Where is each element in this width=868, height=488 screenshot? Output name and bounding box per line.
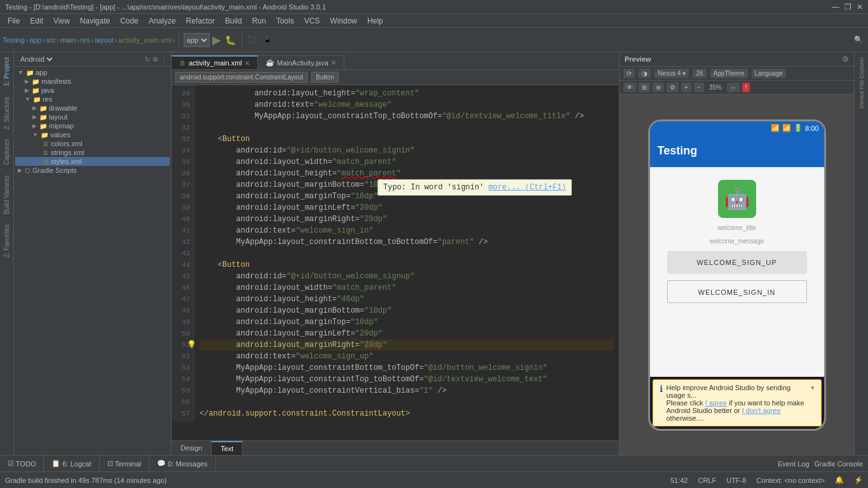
code-line-35: android:layout_width="match_parent" <box>200 156 614 168</box>
menu-vcs[interactable]: VCS <box>299 15 325 27</box>
language-btn[interactable]: Language <box>752 69 787 78</box>
bc-testing[interactable]: Testing <box>3 36 25 44</box>
minimize-btn[interactable]: — <box>832 3 839 11</box>
tab-design[interactable]: Design <box>172 441 212 455</box>
sidebar-favorites-icon[interactable]: 2: Favorites <box>2 222 11 260</box>
settings-icon[interactable]: ⚙ <box>153 56 158 63</box>
panel-header-icons: ↻ ⚙ ⋮ <box>145 56 167 63</box>
tree-item-colors[interactable]: 🗎 colors.xml <box>15 139 170 148</box>
bc-res[interactable]: res <box>80 36 90 44</box>
bc-src[interactable]: src <box>46 36 56 44</box>
zoom-fit-btn[interactable]: ↔ <box>727 83 740 92</box>
run-config-dropdown[interactable]: app <box>184 33 210 47</box>
apptheme-btn[interactable]: AppTheme <box>710 69 748 78</box>
code-content[interactable]: android:layout_height="wrap_content" and… <box>194 85 619 422</box>
error-btn[interactable]: ! <box>742 83 750 92</box>
code-line-43 <box>200 248 614 259</box>
rotate-btn[interactable]: ⟳ <box>623 69 635 78</box>
button-badge[interactable]: Button <box>311 72 339 83</box>
tree-item-drawable[interactable]: ▶ 📁 drawable <box>15 104 170 112</box>
menu-build[interactable]: Build <box>220 15 247 27</box>
preview-settings-icon[interactable]: ⚙ <box>842 55 849 64</box>
constraint-layout-badge[interactable]: android.support.constraint.ConstraintLay… <box>175 72 308 83</box>
tab-text[interactable]: Text <box>212 441 243 455</box>
tree-label-app: app <box>36 69 47 76</box>
event-log-link[interactable]: Event Log <box>778 460 810 468</box>
tree-item-app[interactable]: ▼ 📁 app <box>15 68 170 77</box>
tree-item-layout[interactable]: ▶ 📁 layout <box>15 112 170 121</box>
signin-btn[interactable]: WELCOME_SIGN_IN <box>667 280 807 303</box>
bc-main[interactable]: main <box>60 36 76 44</box>
signup-btn[interactable]: WELCOME_SIGN_UP <box>667 251 807 274</box>
device-file-explorer-icon[interactable]: Device File Explorer <box>857 55 866 111</box>
help-line3: Android Studio better or I don't agree o… <box>667 407 807 422</box>
bc-file[interactable]: activity_main.xml <box>118 36 172 44</box>
gear-icon[interactable]: ⋮ <box>161 56 167 63</box>
menu-edit[interactable]: Edit <box>25 15 48 27</box>
banner-close-icon[interactable]: ▾ <box>811 384 815 392</box>
bc-layout[interactable]: layout <box>95 36 113 44</box>
right-sidebar: Device File Explorer <box>854 52 868 455</box>
constraint-btn[interactable]: ⊞ <box>639 83 650 92</box>
tree-item-java[interactable]: ▶ 📁 java <box>15 86 170 95</box>
tab-messages[interactable]: 💬 0: Messages <box>149 456 215 471</box>
gradle-icon: ⬡ <box>25 167 31 174</box>
project-view-dropdown[interactable]: Android <box>18 55 55 64</box>
menu-window[interactable]: Window <box>325 15 362 27</box>
tab-mainactivity-close[interactable]: ✕ <box>331 59 336 66</box>
device-dropdown[interactable]: Nexus 4 ▾ <box>654 69 689 78</box>
debug-button[interactable]: 🐛 <box>222 34 238 46</box>
tab-todo[interactable]: ☑ TODO <box>0 456 44 471</box>
tab-activity-main[interactable]: 🗎 activity_main.xml ✕ <box>172 55 258 69</box>
tree-label-drawable: drawable <box>49 104 78 112</box>
gradle-console-link[interactable]: Gradle Console <box>815 460 863 468</box>
sync-icon[interactable]: ↻ <box>145 56 150 63</box>
agree-link[interactable]: I agree <box>705 399 727 407</box>
sidebar-buildvariants-icon[interactable]: Build Variants <box>2 173 11 217</box>
avd-manager-btn[interactable]: 📱 <box>261 34 275 45</box>
menu-tools[interactable]: Tools <box>271 15 299 27</box>
theme-btn[interactable]: ◑ <box>639 69 651 78</box>
menu-view[interactable]: View <box>48 15 75 27</box>
menu-file[interactable]: File <box>3 15 25 27</box>
tab-terminal[interactable]: ⊡ Terminal <box>100 456 149 471</box>
disagree-link[interactable]: I don't agree <box>742 407 781 414</box>
sidebar-project-icon[interactable]: 1: Project <box>2 55 11 89</box>
tree-label-res: res <box>43 95 52 103</box>
menu-run[interactable]: Run <box>247 15 271 27</box>
code-editor[interactable]: 29 30 31 32 33 34 35 36 37 38 39 40 41 4… <box>172 85 619 440</box>
menu-navigate[interactable]: Navigate <box>75 15 115 27</box>
search-everywhere-btn[interactable]: 🔍 <box>851 34 865 45</box>
restore-btn[interactable]: ❐ <box>844 3 851 11</box>
zoom-out-btn[interactable]: − <box>694 83 704 92</box>
tab-activity-main-close[interactable]: ✕ <box>245 60 250 67</box>
tab-logcat[interactable]: 📋 6: Logcat <box>44 456 99 471</box>
sidebar-captures-icon[interactable]: Captures <box>2 137 11 168</box>
tree-item-mipmap[interactable]: ▶ 📁 mipmap <box>15 121 170 130</box>
tree-item-gradle[interactable]: ▶ ⬡ Gradle Scripts <box>15 166 170 175</box>
tree-item-values[interactable]: ▼ 📁 values <box>15 130 170 139</box>
menu-code[interactable]: Code <box>115 15 144 27</box>
run-button[interactable]: ▶ <box>212 33 221 47</box>
tree-item-manifests[interactable]: ▶ 📁 manifests <box>15 77 170 86</box>
magnet-btn[interactable]: ⊕ <box>653 83 664 92</box>
sdk-manager-btn[interactable]: ⬛ <box>245 34 259 45</box>
settings2-btn[interactable]: ⚙ <box>667 83 679 92</box>
terminal-icon: ⊡ <box>107 459 113 468</box>
close-btn[interactable]: ✕ <box>857 3 863 11</box>
tab-mainactivity[interactable]: ☕ MainActivity.java ✕ <box>258 55 344 69</box>
tree-item-strings[interactable]: 🗎 strings.xml <box>15 148 170 157</box>
bc-app[interactable]: app <box>30 36 41 44</box>
tree-item-res[interactable]: ▼ 📁 res <box>15 95 170 104</box>
zoom-in-btn[interactable]: + <box>681 83 691 92</box>
api-level-btn[interactable]: 26 <box>693 69 706 78</box>
menu-analyze[interactable]: Analyze <box>144 15 181 27</box>
tree-item-styles[interactable]: 🗎 styles.xml <box>15 157 170 166</box>
menu-help[interactable]: Help <box>362 15 388 27</box>
tab-java-icon: ☕ <box>266 58 275 67</box>
nexus4-label: Nexus 4 <box>658 70 681 77</box>
eye-btn[interactable]: 👁 <box>623 83 636 92</box>
tooltip-more-link[interactable]: more... (Ctrl+F1) <box>489 183 566 192</box>
sidebar-structure-icon[interactable]: 2: Structure <box>2 94 11 132</box>
menu-refactor[interactable]: Refactor <box>181 15 220 27</box>
